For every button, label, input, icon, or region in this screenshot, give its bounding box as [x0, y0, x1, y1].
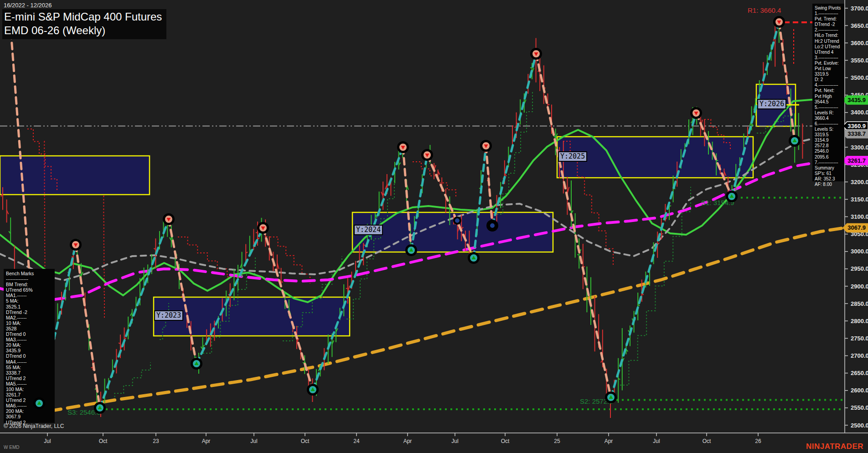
trailing-stop-steps: [497, 91, 532, 214]
price-tag: 3338.7: [843, 129, 868, 138]
svg-text:3600.0: 3600.0: [851, 40, 868, 46]
year-range-chip-2024[interactable]: Y:2024: [354, 225, 383, 235]
swing-up-line: [313, 147, 403, 390]
svg-text:2900.0: 2900.0: [851, 283, 868, 290]
svg-text:Jul: Jul: [653, 438, 660, 444]
instrument-subtitle: EMD 06-26 (Weekly): [4, 24, 162, 37]
svg-text:3435.9: 3435.9: [847, 97, 866, 103]
swing-down-line: [169, 219, 196, 364]
svg-text:Oct: Oct: [501, 438, 510, 444]
chart-canvas[interactable]: 3700.03650.03600.03550.03500.03450.03400…: [0, 0, 868, 453]
ninjatrader-logo: NINJATRADER: [806, 442, 863, 451]
date-range-label: 16/2022 - 12/2026: [4, 2, 52, 9]
svg-text:Apr: Apr: [604, 438, 613, 444]
svg-text:Apr: Apr: [403, 438, 412, 444]
price-axis-ticks: 3700.03650.03600.03550.03500.03450.03400…: [845, 5, 868, 429]
ninjatrader-chart-window: 3700.03650.03600.03550.03500.03450.03400…: [0, 0, 868, 453]
price-tag: 3067.9: [843, 223, 868, 232]
svg-text:2700.0: 2700.0: [851, 352, 868, 359]
svg-text:3500.0: 3500.0: [851, 74, 868, 81]
support-s3-label: S3: 2546.0: [67, 408, 101, 416]
svg-text:2500.0: 2500.0: [851, 422, 868, 429]
svg-text:3300.0: 3300.0: [851, 144, 868, 151]
svg-text:3700.0: 3700.0: [851, 5, 868, 12]
svg-text:Jul: Jul: [451, 438, 458, 444]
swing-up-line: [196, 228, 263, 364]
price-tag: 3435.9: [843, 96, 868, 104]
ma-line-200ma: [14, 228, 844, 417]
svg-text:3360.9: 3360.9: [847, 123, 866, 129]
time-axis-labels[interactable]: JulOct23AprJulOct24AprJulOct25AprJulOct2…: [44, 433, 761, 444]
svg-text:2650.0: 2650.0: [851, 370, 868, 376]
year-range-chip-2025[interactable]: Y:2025: [558, 151, 587, 162]
svg-text:26: 26: [755, 438, 761, 444]
svg-text:2550.0: 2550.0: [851, 404, 868, 411]
bench-marks-panel: Bench Marks -------------- BM Trend: UTr…: [4, 269, 55, 423]
svg-text:Oct: Oct: [99, 438, 108, 444]
svg-text:Jul: Jul: [44, 438, 51, 444]
svg-text:2750.0: 2750.0: [851, 335, 868, 342]
svg-text:3550.0: 3550.0: [851, 57, 868, 64]
svg-text:3067.9: 3067.9: [847, 224, 866, 231]
svg-text:23: 23: [153, 438, 159, 444]
resistance-r1-label: R1: 3660.4: [748, 6, 781, 14]
svg-text:3338.7: 3338.7: [847, 130, 866, 137]
svg-text:3650.0: 3650.0: [851, 22, 868, 29]
series-id-label: W EMD: [4, 445, 19, 450]
svg-text:Oct: Oct: [301, 438, 310, 444]
svg-text:3200.0: 3200.0: [851, 179, 868, 185]
year-range-chip-2023[interactable]: Y:2023: [154, 310, 183, 321]
svg-text:Jul: Jul: [250, 438, 257, 444]
swing-up-line: [492, 54, 536, 226]
svg-text:2800.0: 2800.0: [851, 318, 868, 324]
instrument-title: E-mini S&P MidCap 400 Futures: [4, 10, 162, 24]
svg-text:25: 25: [554, 438, 560, 444]
svg-text:Apr: Apr: [202, 438, 211, 444]
copyright-label: © 2026 NinjaTrader, LLC: [4, 423, 64, 429]
svg-text:3400.0: 3400.0: [851, 109, 868, 116]
support-s1-label: S1: 3154.9: [701, 199, 734, 206]
support-s2-label: S2: 2572.8: [580, 397, 613, 405]
price-tag: 3261.7: [843, 156, 868, 165]
swing-pivots-panel: Swing Pivots 1.------------- Pvt. Trend:…: [812, 4, 844, 181]
svg-text:3150.0: 3150.0: [851, 196, 868, 203]
svg-text:3100.0: 3100.0: [851, 213, 868, 220]
svg-text:Oct: Oct: [703, 438, 711, 444]
svg-text:3000.0: 3000.0: [851, 248, 868, 255]
svg-text:2850.0: 2850.0: [851, 300, 868, 307]
trailing-stop-steps: [270, 237, 310, 283]
trailing-stop-steps: [103, 196, 104, 319]
year-range-chip-2026[interactable]: Y:2026: [757, 99, 786, 109]
chart-title-block: E-mini S&P MidCap 400 Futures EMD 06-26 …: [2, 9, 166, 39]
svg-text:3261.7: 3261.7: [847, 157, 866, 164]
price-tag: 3360.9: [843, 122, 868, 130]
svg-text:2950.0: 2950.0: [851, 265, 868, 272]
svg-text:24: 24: [353, 438, 360, 444]
svg-text:2600.0: 2600.0: [851, 387, 868, 394]
